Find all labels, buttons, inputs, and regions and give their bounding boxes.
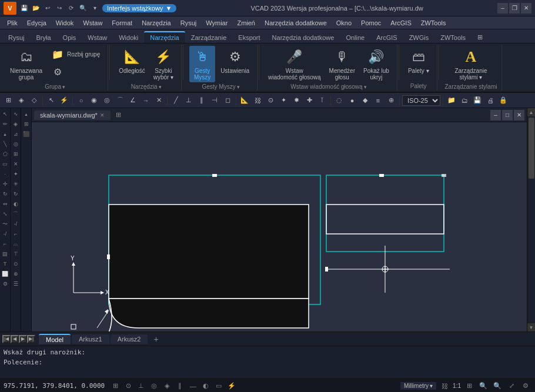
tab-widoki[interactable]: Widoki (113, 32, 144, 43)
tab-model[interactable]: Model (39, 334, 71, 344)
btn-szybki-wybor[interactable]: ⚡ Szybkiwybór ▾ (151, 46, 176, 82)
menu-narzedzia[interactable]: Narzędzia (137, 18, 176, 28)
tb-snap-3[interactable]: ◇ (28, 95, 40, 106)
scroll-thumb[interactable] (529, 118, 534, 179)
tab-arkusz1[interactable]: Arkusz1 (72, 334, 109, 344)
tb-int[interactable]: ✦ (277, 95, 289, 106)
tab-rysuj[interactable]: Rysuj (2, 32, 31, 43)
tb-node[interactable]: ● (346, 95, 358, 106)
menu-plik[interactable]: Plik (2, 18, 22, 28)
tb-chain[interactable]: ⛓ (252, 95, 263, 106)
tb-save[interactable]: 💾 (472, 95, 483, 106)
model-nav-last[interactable]: ▶| (27, 335, 35, 343)
canvas-tab-close[interactable]: ✕ (100, 112, 105, 118)
command-prompt[interactable]: Polecenie: (4, 359, 531, 366)
tb-mid[interactable]: ⊙ (265, 95, 276, 106)
btn-gesty-myszy[interactable]: 🖱 GestyMyszy (189, 46, 215, 82)
iso-select[interactable]: ISO-25 (402, 95, 440, 106)
status-zoom-in[interactable]: 🔍 (477, 380, 489, 392)
tab-narzedzia[interactable]: Narzędzia (144, 31, 185, 43)
status-dyn[interactable]: ⚡ (226, 380, 238, 392)
btn-menedzer-glosu[interactable]: 🎙 Menedżergłosu (326, 46, 358, 82)
btn-grupa-extra[interactable]: ⚙ (48, 63, 103, 80)
tb-ptlast[interactable]: ⊕ (385, 95, 397, 106)
lt1-block[interactable]: ⬜ (1, 269, 10, 279)
status-chain-icon[interactable]: ⛓ (439, 380, 450, 392)
tb-cursor[interactable]: ↖ (45, 95, 57, 106)
btn-rozbij-grupe[interactable]: 📁 Rozbij grupę (48, 46, 103, 62)
canvas-tab-file[interactable]: skala-wymiaru.dwg* ✕ (34, 110, 111, 120)
tab-opis[interactable]: Opis (57, 32, 82, 43)
lt1-group[interactable]: ⚙ (1, 279, 10, 289)
tb-measure[interactable]: 📐 (239, 95, 250, 106)
model-nav-next[interactable]: ▶ (19, 335, 27, 343)
menu-narz-dod[interactable]: Narzędzia dodatkowe (260, 18, 332, 28)
canvas-minimize[interactable]: – (490, 110, 501, 120)
lt2-btn4[interactable]: ◎ (11, 139, 21, 149)
tab-add[interactable]: + (149, 333, 163, 345)
tab-zwtools[interactable]: ZWTools (434, 32, 472, 43)
tab-arcgis[interactable]: ArcGIS (370, 32, 403, 43)
tb-folder2[interactable]: 🗂 (459, 95, 470, 106)
scroll-down-btn[interactable]: ▼ (527, 323, 536, 331)
lt1-dot[interactable]: · (1, 169, 10, 179)
tb-tang[interactable]: ◌ (333, 95, 345, 106)
menu-arcgis[interactable]: ArcGIS (386, 18, 416, 28)
menu-okno[interactable]: Okno (332, 18, 356, 28)
lt2-btn11[interactable]: ⌒ (11, 209, 21, 219)
lt2-btn14[interactable]: ⌓ (11, 239, 21, 249)
interface-selector[interactable]: Interfejs wstążkowy ▼ (102, 4, 176, 12)
tb-line1[interactable]: ╱ (170, 95, 182, 106)
lt2-btn10[interactable]: ◐ (11, 199, 21, 209)
tb-line2[interactable]: ⊥ (183, 95, 195, 106)
menu-rysuj[interactable]: Rysuj (176, 18, 202, 28)
lt2-btn5[interactable]: ⊞ (11, 149, 21, 159)
lt1-rect[interactable]: ▭ (1, 159, 10, 169)
lt1-text[interactable]: T (1, 259, 10, 269)
tb-arc[interactable]: ⌒ (114, 95, 126, 106)
menu-widok[interactable]: Widok (51, 18, 79, 28)
lt1-chamfer[interactable]: ⌐ (1, 239, 10, 249)
tab-zwgis[interactable]: ZWGis (403, 32, 435, 43)
canvas-tab-extra[interactable]: ⊞ (114, 110, 123, 120)
tb-angle[interactable]: ∠ (127, 95, 139, 106)
menu-pomoc[interactable]: Pomoc (356, 18, 386, 28)
lt2-btn2[interactable]: ◈ (11, 119, 21, 129)
tab-bryla[interactable]: Bryła (31, 32, 57, 43)
lt3-btn1[interactable]: ▲ (22, 109, 31, 119)
qa-refresh[interactable]: ⟳ (66, 3, 76, 14)
lt1-move[interactable]: ✢ (1, 179, 10, 189)
scroll-track[interactable] (529, 118, 534, 322)
qa-redo[interactable]: ↪ (54, 3, 65, 14)
menu-wymiar[interactable]: Wymiar (201, 18, 232, 28)
status-otrack[interactable]: ∥ (174, 380, 186, 392)
tb-snap-1[interactable]: ⊞ (2, 95, 14, 106)
lt1-dash1[interactable]: -/ (1, 229, 10, 239)
grupa-expand-icon[interactable]: ▾ (62, 84, 65, 90)
qa-open[interactable]: 📂 (31, 3, 41, 14)
menu-edycja[interactable]: Edycja (22, 18, 51, 28)
menu-format[interactable]: Format (107, 18, 137, 28)
btn-odleglosc[interactable]: 📐 Odległość (116, 46, 148, 76)
menu-zmien[interactable]: Zmień (232, 18, 260, 28)
btn-palety[interactable]: 🗃 Palety ▾ (405, 46, 432, 76)
canvas-close[interactable]: ✕ (514, 110, 524, 120)
status-trans[interactable]: ◐ (200, 380, 212, 392)
tb-folder1[interactable]: 📁 (446, 95, 457, 106)
status-lweight[interactable]: — (187, 380, 199, 392)
minimize-button[interactable]: – (497, 3, 508, 14)
tb-circle2[interactable]: ◉ (88, 95, 100, 106)
btn-zarzadzanie-stylami[interactable]: A Zarządzaniestylami ▾ (452, 46, 490, 82)
canvas-restore[interactable]: □ (502, 110, 513, 120)
qa-undo[interactable]: ↩ (42, 3, 53, 14)
status-scale-icon[interactable]: ⊞ (463, 380, 475, 392)
lt2-btn16[interactable]: ⊙ (11, 259, 21, 269)
status-osnap[interactable]: ◈ (161, 380, 173, 392)
status-settings2[interactable]: ⚙ (520, 380, 531, 392)
tb-arrow[interactable]: → (140, 95, 152, 106)
tb-print[interactable]: 🖨 (484, 95, 496, 106)
scroll-up-btn[interactable]: ▲ (527, 108, 536, 116)
lt2-btn15[interactable]: ⊤ (11, 249, 21, 259)
close-button[interactable]: ✕ (521, 3, 531, 14)
tb-snap-2[interactable]: ◈ (15, 95, 27, 106)
